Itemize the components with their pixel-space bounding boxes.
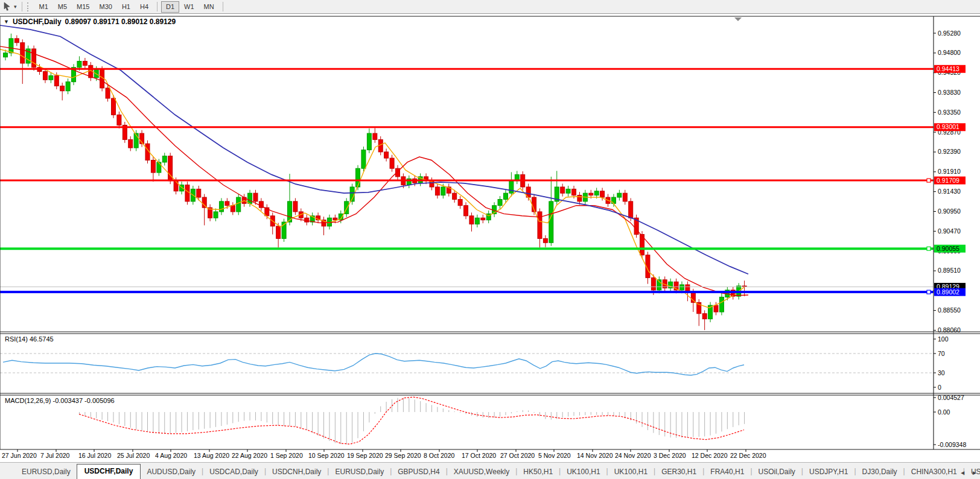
date-tick-label: 5 Nov 2020 [538, 452, 571, 459]
symbol-dropdown-icon[interactable]: ▼ [4, 19, 9, 25]
symbol-tab-china300-h1[interactable]: CHINA300,H1 [905, 465, 963, 479]
symbol-tab-dj30-daily[interactable]: DJ30,Daily [856, 465, 903, 479]
cursor-tool-dropdown-icon[interactable]: ▾ [14, 4, 17, 10]
macd-tick-label: 0.004527 [938, 394, 964, 401]
date-tick-label: 12 Dec 2020 [692, 452, 728, 459]
date-tick-label: 19 Sep 2020 [347, 452, 383, 459]
price-badge-label: 0.94413 [937, 65, 959, 72]
timeframe-button-mn[interactable]: MN [199, 1, 219, 13]
chart-canvas[interactable]: 0.952800.948000.943200.938300.933500.928… [0, 14, 980, 462]
timeframe-button-h1[interactable]: H1 [117, 1, 135, 13]
symbol-tab-usdcad-daily[interactable]: USDCAD,Daily [203, 465, 264, 479]
price-badge-label: 0.89002 [937, 288, 959, 296]
date-tick-label: 24 Nov 2020 [615, 452, 651, 459]
price-badge-label: 0.91709 [937, 177, 959, 184]
timeframe-button-m1[interactable]: M1 [34, 1, 53, 13]
macd-tick-label: -0.009348 [938, 441, 966, 448]
toolbar-separator [157, 2, 158, 11]
date-tick-label: 22 Dec 2020 [730, 452, 766, 459]
price-tick-label: 0.92390 [938, 148, 961, 155]
date-tick-label: 17 Oct 2020 [462, 452, 496, 459]
symbol-tab-eurusd-daily[interactable]: EURUSD,Daily [329, 465, 390, 479]
price-badge-label: 0.93001 [937, 123, 959, 130]
date-tick-label: 1 Sep 2020 [270, 452, 303, 459]
symbol-tab-gbpusd-h4[interactable]: GBPUSD,H4 [392, 465, 445, 479]
tabs-scroll-right-icon[interactable]: ► [972, 469, 978, 476]
symbol-tab-hk50-h1[interactable]: HK50,H1 [517, 465, 559, 479]
price-tick-label: 0.90470 [938, 227, 961, 235]
date-tick-label: 4 Aug 2020 [155, 452, 187, 459]
chart-ohlc-values: 0.89097 0.89171 0.89012 0.89129 [65, 17, 176, 26]
toolbar-separator [22, 2, 22, 11]
timeframe-toolbar: ▾ M1M5M15M30H1H4 D1W1MN [0, 0, 980, 14]
price-tick-label: 0.93350 [938, 109, 961, 116]
rsi-tick-label: 100 [938, 335, 949, 343]
price-badge-label: 0.90055 [937, 245, 959, 252]
price-tick-label: 0.91430 [938, 188, 961, 195]
date-tick-label: 22 Aug 2020 [232, 452, 267, 459]
date-tick-label: 7 Jul 2020 [40, 452, 70, 459]
symbol-tab-usoil-daily[interactable]: USOil,Daily [752, 465, 801, 479]
symbol-tab-eurusd-daily[interactable]: EURUSD,Daily [16, 465, 77, 479]
date-tick-label: 27 Jun 2020 [2, 452, 37, 459]
symbol-tab-usdjpy-h1[interactable]: USDJPY,H1 [803, 465, 854, 479]
date-tick-label: 27 Oct 2020 [500, 452, 535, 459]
timeframe-button-h4[interactable]: H4 [135, 1, 153, 13]
price-tick-label: 0.90950 [938, 208, 961, 215]
chart-title: ▼ USDCHF,Daily 0.89097 0.89171 0.89012 0… [4, 17, 176, 26]
macd-indicator-label: MACD(12,26,9) -0.003437 -0.005096 [5, 397, 115, 404]
symbol-tab-xauusd-weekly[interactable]: XAUUSD,Weekly [448, 465, 515, 479]
hline-handle [927, 179, 931, 182]
symbol-tab-uk100-h1[interactable]: UK100,H1 [608, 465, 654, 479]
chart-svg[interactable]: 0.952800.948000.943200.938300.933500.928… [0, 14, 980, 462]
price-tick-label: 0.95280 [938, 30, 961, 37]
rsi-tick-label: 0 [938, 384, 941, 391]
price-tick-label: 0.88060 [938, 326, 961, 334]
date-tick-label: 14 Nov 2020 [577, 452, 613, 459]
symbol-tab-audusd-daily[interactable]: AUDUSD,Daily [141, 465, 202, 479]
symbol-tab-uk100-h1[interactable]: UK100,H1 [561, 465, 606, 479]
date-tick-label: 10 Sep 2020 [308, 452, 345, 459]
symbol-tab-ger30-h1[interactable]: GER30,H1 [655, 465, 702, 479]
timeframe-button-m5[interactable]: M5 [53, 1, 72, 13]
hline-handle [927, 247, 931, 250]
rsi-indicator-label: RSI(14) 46.5745 [5, 335, 54, 343]
symbol-tab-usdchf-daily[interactable]: USDCHF,Daily [77, 464, 141, 479]
cursor-tool-icon[interactable] [2, 2, 12, 11]
toolbar-separator [223, 2, 223, 11]
date-tick-label: 25 Jul 2020 [117, 452, 150, 459]
rsi-tick-label: 70 [938, 350, 945, 357]
price-tick-label: 0.94800 [938, 49, 961, 56]
timeframe-button-w1[interactable]: W1 [179, 1, 199, 13]
symbol-tab-usdcnh-daily[interactable]: USDCNH,Daily [266, 465, 327, 479]
rsi-tick-label: 30 [938, 369, 945, 376]
date-tick-label: 3 Dec 2020 [654, 452, 686, 459]
price-tick-label: 0.91910 [938, 168, 961, 175]
hline-handle [927, 290, 931, 294]
price-tick-label: 0.89510 [938, 267, 961, 274]
toolbar-grip-handle[interactable] [27, 2, 30, 11]
chart-symbol-label: USDCHF,Daily [13, 17, 62, 26]
timeframe-button-m30[interactable]: M30 [95, 1, 117, 13]
price-tick-label: 0.93830 [938, 89, 961, 96]
tabs-scroll-left-icon[interactable]: ◄ [959, 469, 966, 476]
mt4-window: { "toolbar": { "cursor_tool": "cursor-to… [0, 0, 980, 479]
date-tick-label: 8 Oct 2020 [424, 452, 455, 459]
symbol-tab-bar: EURUSD,DailyUSDCHF,DailyAUDUSD,Daily|USD… [0, 462, 980, 479]
date-tick-label: 29 Sep 2020 [385, 452, 421, 459]
date-tick-label: 16 Jul 2020 [78, 452, 111, 459]
timeframe-button-m15[interactable]: M15 [72, 1, 94, 13]
symbol-tab-fra40-h1[interactable]: FRA40,H1 [704, 465, 750, 479]
date-tick-label: 13 Aug 2020 [194, 452, 229, 459]
price-tick-label: 0.88550 [938, 306, 961, 314]
macd-tick-label: 0.00 [938, 408, 950, 416]
timeframe-button-d1[interactable]: D1 [161, 1, 179, 13]
